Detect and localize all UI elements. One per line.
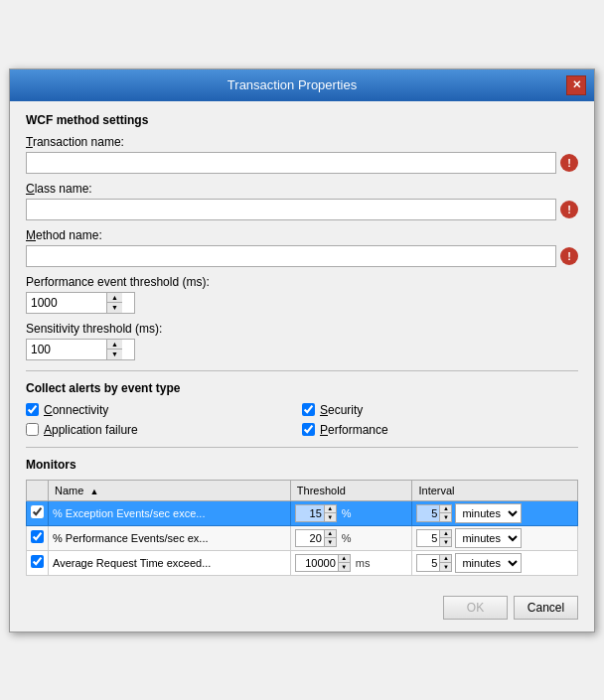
wcf-section-title: WCF method settings	[26, 113, 578, 127]
method-name-input[interactable]	[26, 245, 556, 267]
threshold-up-button[interactable]: ▲	[325, 530, 336, 538]
threshold-column-header: Threshold	[290, 480, 412, 500]
performance-checkbox[interactable]	[302, 423, 315, 436]
interval-cell: ▲ ▼ minutes hours seconds	[412, 550, 578, 575]
application-failure-checkbox[interactable]	[26, 423, 39, 436]
sensitivity-threshold-input[interactable]	[27, 340, 106, 359]
performance-threshold-spinner-buttons: ▲ ▼	[106, 293, 122, 313]
class-name-label: Class name:	[26, 182, 578, 196]
table-row: % Exception Events/sec exce... ▲ ▼ % ▲ ▼…	[27, 500, 578, 525]
performance-label: Performance	[320, 423, 388, 437]
connectivity-checkbox-item: Connectivity	[26, 403, 302, 417]
performance-threshold-label: Performance event threshold (ms):	[26, 275, 578, 289]
interval-up-button[interactable]: ▲	[440, 505, 451, 513]
security-checkbox[interactable]	[302, 403, 315, 416]
dialog-footer: OK Cancel	[10, 588, 594, 631]
performance-threshold-spinner: ▲ ▼	[26, 292, 135, 314]
interval-input[interactable]	[416, 554, 440, 572]
threshold-input[interactable]	[295, 504, 325, 522]
class-name-input[interactable]	[26, 199, 556, 220]
interval-down-button[interactable]: ▼	[440, 512, 451, 521]
interval-cell: ▲ ▼ minutes hours seconds	[412, 525, 578, 550]
title-bar: Transaction Properties ✕	[10, 70, 594, 101]
threshold-up-button[interactable]: ▲	[325, 505, 336, 513]
threshold-input[interactable]	[295, 529, 325, 547]
interval-unit-select[interactable]: minutes hours seconds	[455, 553, 522, 573]
performance-threshold-up-button[interactable]: ▲	[107, 293, 122, 303]
interval-spinner: ▲ ▼ minutes hours seconds	[416, 553, 573, 573]
threshold-down-button[interactable]: ▼	[339, 562, 350, 571]
sensitivity-threshold-down-button[interactable]: ▼	[107, 349, 122, 359]
threshold-spinner: ▲ ▼ %	[295, 528, 408, 548]
alerts-checkbox-grid: Connectivity Security Application failur…	[26, 403, 578, 437]
application-failure-label: Application failure	[44, 423, 138, 437]
transaction-name-input[interactable]	[26, 152, 556, 174]
performance-threshold-input[interactable]	[27, 293, 106, 313]
dialog-title: Transaction Properties	[18, 77, 566, 92]
method-name-error-icon: !	[560, 247, 578, 265]
interval-up-button[interactable]: ▲	[440, 530, 451, 538]
security-checkbox-item: Security	[302, 403, 578, 417]
threshold-cell: ▲ ▼ ms	[290, 550, 412, 575]
method-name-label: Method name:	[26, 228, 578, 242]
sensitivity-threshold-up-button[interactable]: ▲	[107, 340, 122, 350]
interval-spinner: ▲ ▼ minutes hours seconds	[416, 503, 573, 523]
ok-button[interactable]: OK	[443, 596, 508, 620]
threshold-spinner: ▲ ▼ ms	[295, 553, 408, 573]
interval-input[interactable]	[416, 504, 440, 522]
monitor-checkbox[interactable]	[31, 505, 44, 518]
interval-unit-select[interactable]: minutes hours seconds	[455, 528, 522, 548]
name-column-label: Name	[55, 485, 83, 496]
threshold-cell: ▲ ▼ %	[290, 525, 412, 550]
threshold-down-button[interactable]: ▼	[325, 537, 336, 546]
sensitivity-threshold-spinner-buttons: ▲ ▼	[106, 340, 122, 359]
threshold-unit: %	[340, 507, 352, 519]
close-button[interactable]: ✕	[566, 75, 586, 95]
row-checkbox-cell	[27, 525, 49, 550]
monitor-name-cell: Average Request Time exceed...	[49, 550, 291, 575]
transaction-name-label: Transaction name:	[26, 135, 578, 149]
alerts-section-title: Collect alerts by event type	[26, 381, 578, 395]
performance-threshold-down-button[interactable]: ▼	[107, 302, 122, 313]
monitors-table-header-row: Name ▲ Threshold Interval	[27, 480, 578, 500]
monitors-section-title: Monitors	[26, 458, 578, 472]
interval-column-header: Interval	[412, 480, 578, 500]
monitor-checkbox[interactable]	[31, 555, 44, 568]
interval-unit-select[interactable]: minutes hours seconds	[455, 503, 522, 523]
interval-up-button[interactable]: ▲	[440, 555, 451, 563]
interval-down-button[interactable]: ▼	[440, 562, 451, 571]
threshold-unit: ms	[354, 557, 371, 569]
monitor-name-cell: % Exception Events/sec exce...	[49, 500, 291, 525]
interval-spinner: ▲ ▼ minutes hours seconds	[416, 528, 573, 548]
cancel-button[interactable]: Cancel	[514, 596, 578, 620]
performance-threshold-row: ▲ ▼	[26, 292, 578, 314]
checkbox-column-header	[27, 480, 49, 500]
connectivity-checkbox[interactable]	[26, 403, 39, 416]
dialog-content: WCF method settings Transaction name: ! …	[10, 101, 594, 588]
threshold-up-button[interactable]: ▲	[339, 555, 350, 563]
transaction-properties-dialog: Transaction Properties ✕ WCF method sett…	[9, 69, 595, 632]
monitor-checkbox[interactable]	[31, 530, 44, 543]
threshold-spinner: ▲ ▼ %	[295, 503, 408, 523]
threshold-down-button[interactable]: ▼	[325, 512, 336, 521]
interval-input[interactable]	[416, 529, 440, 547]
row-checkbox-cell	[27, 500, 49, 525]
monitors-table: Name ▲ Threshold Interval % Exception Ev…	[26, 480, 578, 576]
table-row: Average Request Time exceed... ▲ ▼ ms ▲ …	[27, 550, 578, 575]
divider-1	[26, 370, 578, 371]
interval-down-button[interactable]: ▼	[440, 537, 451, 546]
performance-checkbox-item: Performance	[302, 423, 578, 437]
transaction-name-error-icon: !	[560, 154, 578, 172]
transaction-name-row: !	[26, 152, 578, 174]
divider-2	[26, 447, 578, 448]
name-column-header[interactable]: Name ▲	[49, 480, 291, 500]
monitors-table-container: Name ▲ Threshold Interval % Exception Ev…	[26, 480, 578, 576]
sort-arrow-icon: ▲	[89, 487, 98, 496]
security-label: Security	[320, 403, 363, 417]
class-name-row: !	[26, 199, 578, 220]
threshold-input[interactable]	[295, 554, 339, 572]
sensitivity-threshold-row: ▲ ▼	[26, 339, 578, 360]
threshold-unit: %	[340, 532, 352, 544]
monitor-name-cell: % Performance Events/sec ex...	[49, 525, 291, 550]
sensitivity-threshold-label: Sensitivity threshold (ms):	[26, 322, 578, 336]
